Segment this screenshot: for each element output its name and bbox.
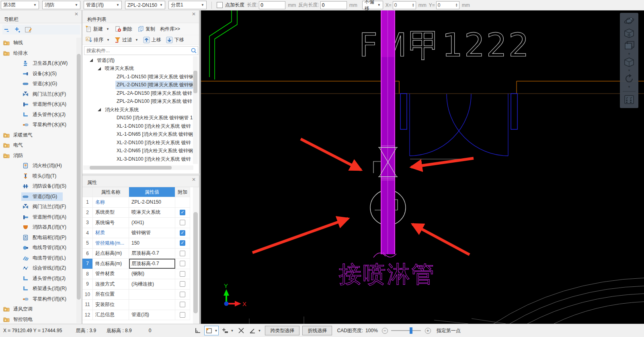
- view-3d-icon[interactable]: 3D: [623, 28, 635, 39]
- x-offset-stepper[interactable]: 0▲▼: [393, 1, 416, 9]
- cad-drawing[interactable]: FM甲1222: [201, 10, 644, 324]
- specialty-select[interactable]: 消防▼: [42, 1, 80, 9]
- tree-expand-icon[interactable]: [98, 67, 101, 70]
- component-item[interactable]: ZPL-2A-DN100 [喷淋灭火系统 镀锌: [82, 98, 194, 106]
- tree-expand-icon[interactable]: [98, 108, 101, 111]
- solid-cube-icon[interactable]: [623, 57, 635, 68]
- sidebar-item[interactable]: 消防设备(消)(S): [0, 181, 76, 192]
- collapse-all-icon[interactable]: [3, 26, 10, 33]
- sidebar-item[interactable]: 电线导管(消)(X): [0, 243, 76, 253]
- component-item[interactable]: 消火栓灭火系统: [82, 106, 194, 114]
- move-down-button[interactable]: 下移: [166, 37, 184, 43]
- component-item[interactable]: 喷淋灭火系统: [82, 65, 194, 73]
- component-item[interactable]: 管道(消): [82, 56, 194, 65]
- property-value[interactable]: [129, 290, 175, 300]
- attach-checkbox[interactable]: [180, 271, 185, 277]
- sidebar-item[interactable]: 阀门法兰(水)(F): [0, 89, 76, 100]
- property-value[interactable]: 层顶标高-0.7: [129, 249, 175, 259]
- length-input[interactable]: [259, 1, 285, 9]
- property-value[interactable]: (钢制): [129, 269, 175, 279]
- property-row-number[interactable]: 7: [82, 259, 93, 269]
- sidebar-item[interactable]: 消防器具(消)(Y): [0, 222, 76, 233]
- sidebar-item[interactable]: 综合管线(消)(Z): [0, 263, 76, 274]
- component-item[interactable]: DN150 [消火栓灭火系统 镀锌钢管 1: [82, 114, 194, 123]
- property-value[interactable]: (XH1): [129, 218, 175, 228]
- property-value[interactable]: 喷淋灭火系统: [129, 208, 175, 218]
- property-row-number[interactable]: 6: [82, 249, 93, 259]
- component-item[interactable]: XL-2-DN100 [消火栓灭火系统 镀锌: [82, 139, 194, 147]
- ortho-mode-button[interactable]: [193, 326, 203, 335]
- attach-checkbox[interactable]: [180, 312, 185, 318]
- component-hscrollbar[interactable]: [83, 165, 193, 170]
- cross-type-select-button[interactable]: 跨类型选择: [265, 326, 299, 335]
- angle-draw-button[interactable]: ▼: [248, 326, 262, 335]
- close-icon[interactable]: ✕: [192, 11, 196, 17]
- display-settings-icon[interactable]: [624, 94, 634, 105]
- layer-select[interactable]: 分层1▼: [168, 1, 207, 9]
- attach-checkbox[interactable]: [180, 292, 185, 297]
- y-offset-stepper[interactable]: 0▲▼: [436, 1, 459, 9]
- cad-canvas[interactable]: FM甲1222: [200, 10, 644, 324]
- close-icon[interactable]: ✕: [192, 177, 196, 182]
- properties-scrollbar[interactable]: [193, 187, 198, 325]
- floor-select[interactable]: 第3层▼: [1, 1, 39, 9]
- sidebar-item[interactable]: 采暖燃气: [0, 130, 76, 141]
- cross-draw-button[interactable]: [236, 326, 246, 335]
- sidebar-item[interactable]: 阀门法兰(消)(F): [0, 202, 76, 212]
- property-row-number[interactable]: 10: [82, 290, 93, 300]
- property-row-number[interactable]: 11: [82, 300, 93, 310]
- sidebar-item[interactable]: 电气: [0, 140, 76, 151]
- chevron-down-icon[interactable]: ▼: [628, 69, 631, 72]
- chevron-down-icon[interactable]: ▼: [628, 86, 631, 88]
- sidebar-item[interactable]: 通风空调: [0, 304, 76, 315]
- component-item[interactable]: ZPL-2A-DN150 [喷淋灭火系统 镀锌: [82, 89, 194, 98]
- rotate-icon[interactable]: [623, 73, 635, 84]
- sidebar-item[interactable]: 通头管件(水)(J): [0, 110, 76, 120]
- filter-button[interactable]: 过滤▼: [115, 37, 138, 43]
- spinner-arrows-icon[interactable]: ▲▼: [454, 3, 459, 7]
- point-draw-button[interactable]: ▼: [220, 326, 235, 335]
- sidebar-item[interactable]: 智控弱电: [0, 315, 76, 324]
- property-value[interactable]: [129, 300, 175, 310]
- sidebar-item[interactable]: 通头管件(消)(J): [0, 274, 76, 284]
- wire-cube-icon[interactable]: [623, 40, 635, 51]
- component-item[interactable]: XL-1-DN65 [消火栓灭火系统 镀锌钢: [82, 131, 194, 139]
- new-button[interactable]: 新建▼: [86, 26, 109, 33]
- edit-list-icon[interactable]: [25, 26, 32, 33]
- sidebar-item[interactable]: 消火栓(消)(H): [0, 161, 76, 171]
- attach-checkbox[interactable]: [180, 261, 185, 266]
- property-value[interactable]: 150: [129, 238, 175, 248]
- property-value[interactable]: (沟槽连接): [129, 279, 175, 289]
- sidebar-item[interactable]: 管道(消)(G): [0, 192, 76, 202]
- attach-checkbox[interactable]: [180, 230, 185, 236]
- property-value[interactable]: 层顶标高-0.7: [129, 259, 175, 269]
- offset-mode-select[interactable]: 不偏移▼: [362, 1, 383, 9]
- component-vscrollbar[interactable]: [193, 56, 198, 164]
- property-row-number[interactable]: 2: [82, 208, 93, 218]
- sidebar-item[interactable]: 消防: [0, 151, 76, 161]
- sidebar-item[interactable]: 配电箱柜(消)(P): [0, 233, 76, 243]
- component-item[interactable]: XL-2-DN65 [消火栓灭火系统 镀锌钢: [82, 147, 194, 155]
- search-input[interactable]: [84, 48, 191, 53]
- reverse-length-input[interactable]: [320, 1, 347, 9]
- rect-select-button[interactable]: ▼: [204, 326, 219, 335]
- property-value[interactable]: 管道(消): [129, 310, 175, 320]
- orbit-icon[interactable]: [623, 15, 635, 27]
- attach-checkbox[interactable]: [180, 240, 185, 246]
- property-row-number[interactable]: 4: [82, 228, 93, 238]
- sidebar-item[interactable]: 管道附件(消)(A): [0, 212, 76, 223]
- component-item[interactable]: ZPL-1-DN150 [喷淋灭火系统 镀锌钢: [82, 73, 194, 81]
- point-add-length-checkbox[interactable]: [217, 2, 223, 8]
- component-library-button[interactable]: 构件库>>: [160, 26, 180, 33]
- property-value[interactable]: 镀锌钢管: [129, 228, 175, 238]
- polyline-select-button[interactable]: 折线选择: [302, 326, 332, 335]
- property-row-number[interactable]: 12: [82, 310, 93, 320]
- property-row-number[interactable]: 1: [82, 197, 93, 207]
- brightness-minus-button[interactable]: −: [382, 328, 388, 334]
- property-value[interactable]: ZPL-2-DN150: [129, 197, 175, 207]
- property-row-number[interactable]: 5: [82, 238, 93, 248]
- component-item[interactable]: ZPL-2-DN150 [喷淋灭火系统 镀锌钢: [82, 81, 194, 90]
- sidebar-item[interactable]: 管道(水)(G): [0, 79, 76, 89]
- sidebar-item[interactable]: 设备(水)(S): [0, 69, 76, 79]
- element-type-select[interactable]: 管道(消)▼: [84, 1, 122, 9]
